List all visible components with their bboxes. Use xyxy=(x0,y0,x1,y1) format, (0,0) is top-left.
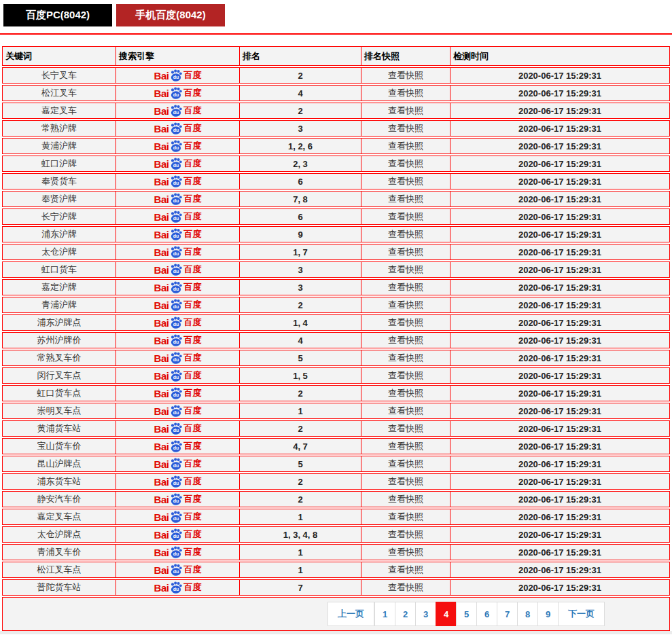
baidu-logo-cn-text: 百度 xyxy=(183,264,201,276)
view-snapshot-link[interactable]: 查看快照 xyxy=(388,316,423,329)
search-engine-cell: Bai du 百度 xyxy=(116,368,240,383)
keyword-cell: 浦东货车站 xyxy=(3,474,116,489)
view-snapshot-link[interactable]: 查看快照 xyxy=(388,105,423,117)
keyword-cell: 浦东沪牌 xyxy=(3,227,116,242)
baidu-logo-bai-text: Bai xyxy=(154,317,169,329)
keyword-label: 静安汽车价 xyxy=(37,493,82,505)
time-cell: 2020-06-17 15:29:31 xyxy=(450,174,669,189)
pagination-page[interactable]: 8 xyxy=(517,602,538,626)
pagination-prev-button[interactable]: 上一页 xyxy=(328,602,374,626)
baidu-logo: Bai du 百度 xyxy=(154,69,202,82)
pagination-page[interactable]: 5 xyxy=(456,602,477,626)
view-snapshot-link[interactable]: 查看快照 xyxy=(388,581,423,594)
view-snapshot-link[interactable]: 查看快照 xyxy=(388,246,423,258)
pagination-page[interactable]: 6 xyxy=(476,602,497,626)
tab-mobile-baidu[interactable]: 手机百度(8042) xyxy=(116,4,225,26)
keyword-label: 常熟沪牌 xyxy=(41,122,77,134)
table-row: 奉贤沪牌 Bai du 百度 7, 8 xyxy=(2,191,670,207)
time-cell: 2020-06-17 15:29:31 xyxy=(450,297,669,312)
view-snapshot-link[interactable]: 查看快照 xyxy=(388,122,423,134)
snapshot-cell: 查看快照 xyxy=(361,562,450,577)
view-snapshot-link[interactable]: 查看快照 xyxy=(388,458,423,470)
baidu-logo-cn-text: 百度 xyxy=(183,122,201,134)
snapshot-cell: 查看快照 xyxy=(361,244,450,259)
view-snapshot-link[interactable]: 查看快照 xyxy=(388,493,423,505)
view-snapshot-link[interactable]: 查看快照 xyxy=(388,228,423,240)
pagination-page[interactable]: 9 xyxy=(537,602,559,626)
time-cell: 2020-06-17 15:29:31 xyxy=(450,156,669,171)
header-search-engine: 搜索引擎 xyxy=(116,47,240,65)
time-cell: 2020-06-17 15:29:31 xyxy=(450,209,669,224)
pagination-page[interactable]: 7 xyxy=(497,602,518,626)
table-header-row: 关键词 搜索引擎 排名 排名快照 检测时间 xyxy=(2,46,670,66)
baidu-logo-cn-text: 百度 xyxy=(183,299,201,311)
baidu-logo-bai-text: Bai xyxy=(154,123,169,134)
view-snapshot-link[interactable]: 查看快照 xyxy=(388,69,423,81)
rank-cell: 1 xyxy=(240,562,361,577)
pagination-page[interactable]: 2 xyxy=(395,602,416,626)
view-snapshot-link[interactable]: 查看快照 xyxy=(388,546,423,558)
snapshot-cell: 查看快照 xyxy=(361,192,450,206)
svg-text:du: du xyxy=(173,446,179,451)
view-snapshot-link[interactable]: 查看快照 xyxy=(388,511,423,523)
view-snapshot-link[interactable]: 查看快照 xyxy=(388,422,423,435)
baidu-logo-bai-text: Bai xyxy=(154,176,169,187)
snapshot-cell: 查看快照 xyxy=(361,527,450,542)
pagination-page[interactable]: 1 xyxy=(374,602,395,626)
rank-cell: 2 xyxy=(240,492,361,507)
baidu-logo-bai-text: Bai xyxy=(154,335,169,346)
snapshot-cell: 查看快照 xyxy=(361,86,450,101)
view-snapshot-link[interactable]: 查看快照 xyxy=(388,140,423,152)
view-snapshot-link[interactable]: 查看快照 xyxy=(388,299,423,311)
rank-cell: 1 xyxy=(240,545,361,560)
keyword-cell: 长宁沪牌 xyxy=(3,209,116,224)
view-snapshot-link[interactable]: 查看快照 xyxy=(388,352,423,364)
rank-cell: 5 xyxy=(240,350,361,365)
view-snapshot-link[interactable]: 查看快照 xyxy=(388,175,423,187)
keyword-label: 松江叉车 xyxy=(41,87,77,99)
view-snapshot-link[interactable]: 查看快照 xyxy=(388,528,423,541)
table-row: 浦东沪牌点 Bai du 百度 1, 4 xyxy=(2,314,670,331)
search-engine-cell: Bai du 百度 xyxy=(116,421,240,436)
time-cell: 2020-06-17 15:29:31 xyxy=(450,121,669,136)
baidu-paw-icon: du xyxy=(169,210,183,223)
check-time-value: 2020-06-17 15:29:31 xyxy=(518,371,601,381)
baidu-logo-cn-text: 百度 xyxy=(183,87,201,99)
time-cell: 2020-06-17 15:29:31 xyxy=(450,139,669,153)
pagination-next-button[interactable]: 下一页 xyxy=(558,602,605,626)
baidu-logo-bai-text: Bai xyxy=(154,423,169,435)
svg-text:du: du xyxy=(173,534,179,539)
tab-baidu-pc[interactable]: 百度PC(8042) xyxy=(3,4,112,26)
snapshot-cell: 查看快照 xyxy=(361,121,450,136)
baidu-logo: Bai du 百度 xyxy=(154,510,202,524)
view-snapshot-link[interactable]: 查看快照 xyxy=(388,369,423,382)
view-snapshot-link[interactable]: 查看快照 xyxy=(388,405,423,417)
view-snapshot-link[interactable]: 查看快照 xyxy=(388,387,423,399)
view-snapshot-link[interactable]: 查看快照 xyxy=(388,334,423,346)
view-snapshot-link[interactable]: 查看快照 xyxy=(388,87,423,99)
baidu-paw-icon: du xyxy=(169,316,183,329)
view-snapshot-link[interactable]: 查看快照 xyxy=(388,158,423,170)
rank-value: 1 xyxy=(298,547,302,558)
search-engine-cell: Bai du 百度 xyxy=(116,580,240,595)
time-cell: 2020-06-17 15:29:31 xyxy=(450,474,669,489)
view-snapshot-link[interactable]: 查看快照 xyxy=(388,440,423,452)
svg-text:du: du xyxy=(173,251,179,257)
rank-value: 2 xyxy=(298,494,302,505)
keyword-label: 青浦沪牌 xyxy=(41,299,77,311)
pagination-page[interactable]: 3 xyxy=(415,602,436,626)
rank-value: 1 xyxy=(298,512,302,522)
view-snapshot-link[interactable]: 查看快照 xyxy=(388,281,423,293)
svg-text:du: du xyxy=(173,75,179,80)
table-row: 奉贤货车 Bai du 百度 6 xyxy=(2,173,670,189)
pagination-page-active[interactable]: 4 xyxy=(436,602,457,626)
rank-value: 2 xyxy=(298,388,302,399)
view-snapshot-link[interactable]: 查看快照 xyxy=(388,475,423,488)
baidu-paw-icon: du xyxy=(169,263,183,276)
view-snapshot-link[interactable]: 查看快照 xyxy=(388,264,423,276)
view-snapshot-link[interactable]: 查看快照 xyxy=(388,211,423,223)
check-time-value: 2020-06-17 15:29:31 xyxy=(518,265,601,275)
view-snapshot-link[interactable]: 查看快照 xyxy=(388,564,423,576)
view-snapshot-link[interactable]: 查看快照 xyxy=(388,193,423,205)
baidu-logo-bai-text: Bai xyxy=(154,494,169,505)
